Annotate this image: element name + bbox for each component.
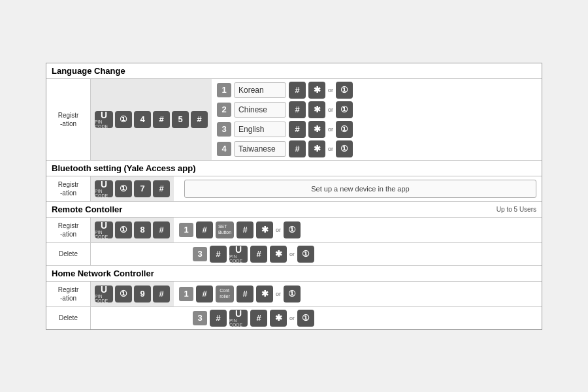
home-registration-row: Registr-ation U PIN CODE ① 9 # 1 # Contr… bbox=[46, 282, 542, 307]
num-1: 1 bbox=[217, 83, 231, 97]
rc-del-hash-2: # bbox=[250, 246, 267, 263]
or-3: or bbox=[328, 126, 333, 133]
remote-del-options: 3 # U PIN CODE # ✱ or ① bbox=[188, 243, 542, 265]
remote-del-option-row: 3 # U PIN CODE # ✱ or ① bbox=[193, 246, 536, 263]
rc-del-hash-1: # bbox=[210, 246, 227, 263]
hash-taiwanese: # bbox=[289, 140, 306, 157]
home-network-title: Home Network Controller bbox=[52, 269, 154, 278]
bt-key-circle-1: ① bbox=[115, 180, 132, 197]
circle-chinese: ① bbox=[336, 101, 353, 118]
language-options: 1 Korean # ✱ or ① 2 Chinese # ✱ or ① 3 E… bbox=[212, 79, 542, 160]
rc-num-3: 3 bbox=[193, 247, 207, 261]
language-option-1: 1 Korean # ✱ or ① bbox=[217, 82, 536, 99]
key-4: 4 bbox=[134, 111, 151, 128]
chinese-label: Chinese bbox=[234, 102, 286, 118]
key-hash-1: # bbox=[153, 111, 170, 128]
rc-or-1: or bbox=[276, 227, 281, 233]
rc-hash-1: # bbox=[196, 221, 213, 238]
circle-korean: ① bbox=[336, 82, 353, 99]
rc-key-hash: # bbox=[153, 221, 170, 238]
bluetooth-action-text: Set up a new device in the app bbox=[184, 180, 536, 198]
remote-delete-label: Delete bbox=[46, 243, 91, 265]
hn-hash-1: # bbox=[196, 286, 213, 302]
language-section-header: Language Change bbox=[46, 63, 542, 79]
hn-star-1: ✱ bbox=[256, 286, 273, 302]
bt-key-hash: # bbox=[153, 180, 170, 197]
hn-del-key-u: U PIN CODE bbox=[229, 310, 248, 327]
korean-label: Korean bbox=[234, 82, 286, 98]
set-button: SETButton bbox=[216, 221, 234, 238]
num-3: 3 bbox=[217, 122, 231, 137]
star-english: ✱ bbox=[308, 121, 325, 138]
rc-key-circle-1: ① bbox=[115, 221, 132, 238]
or-2: or bbox=[328, 106, 333, 113]
home-network-section-header: Home Network Controller bbox=[46, 266, 542, 282]
hn-key-circle-1: ① bbox=[115, 286, 132, 302]
bluetooth-row: Registr-ation U PIN CODE ① 7 # Set up a … bbox=[46, 176, 542, 202]
remote-title: Remote Contoller bbox=[52, 204, 122, 214]
circle-english: ① bbox=[336, 121, 353, 138]
or-4: or bbox=[328, 146, 333, 152]
language-registration-label: Registr-ation bbox=[46, 79, 91, 160]
rc-del-key-u: U PIN CODE bbox=[229, 246, 248, 263]
bluetooth-title: Bluetooth setting (Yale Access app) bbox=[52, 163, 196, 173]
remote-section-header: Remote Contoller Up to 5 Users bbox=[46, 202, 542, 218]
hn-num-1: 1 bbox=[179, 287, 193, 301]
rc-key-u: U PIN CODE bbox=[95, 221, 113, 238]
language-option-3: 3 English # ✱ or ① bbox=[217, 121, 536, 138]
key-hash-2: # bbox=[191, 111, 208, 128]
rc-circle-1: ① bbox=[284, 221, 301, 238]
star-chinese: ✱ bbox=[308, 101, 325, 118]
hn-del-hash-2: # bbox=[250, 310, 267, 327]
taiwanese-label: Taiwanese bbox=[234, 141, 286, 157]
english-label: English bbox=[234, 122, 286, 137]
language-sequence: U PIN CODE ① 4 # 5 # bbox=[91, 79, 212, 160]
home-delete-label: Delete bbox=[46, 307, 91, 329]
hn-key-hash: # bbox=[153, 286, 170, 302]
home-reg-options: 1 # Controller # ✱ or ① bbox=[174, 282, 542, 306]
remote-registration-label: Registr-ation bbox=[46, 218, 91, 242]
bluetooth-action: Set up a new device in the app bbox=[174, 176, 542, 201]
home-del-option-row: 3 # U PIN CODE # ✱ or ① bbox=[193, 310, 536, 327]
rc-del-circle: ① bbox=[297, 246, 314, 263]
hn-circle-1: ① bbox=[284, 286, 301, 302]
key-circle-1: ① bbox=[115, 111, 132, 128]
hash-chinese: # bbox=[289, 101, 306, 118]
remote-reg-option-row: 1 # SETButton # ✱ or ① bbox=[179, 221, 536, 238]
remote-reg-options: 1 # SETButton # ✱ or ① bbox=[174, 218, 542, 242]
rc-star-1: ✱ bbox=[256, 221, 273, 238]
home-delete-row: Delete 3 # U PIN CODE # ✱ or ① bbox=[46, 307, 542, 329]
circle-taiwanese: ① bbox=[336, 140, 353, 157]
hn-key-u: U PIN CODE bbox=[95, 286, 113, 302]
remote-delete-row: Delete 3 # U PIN CODE # ✱ or ① bbox=[46, 243, 542, 266]
bluetooth-section-header: Bluetooth setting (Yale Access app) bbox=[46, 161, 542, 176]
hn-del-circle: ① bbox=[297, 310, 314, 327]
language-title: Language Change bbox=[52, 66, 125, 76]
hn-del-hash-1: # bbox=[210, 310, 227, 327]
hn-hash-2: # bbox=[237, 286, 253, 302]
language-option-2: 2 Chinese # ✱ or ① bbox=[217, 101, 536, 118]
hn-key-9: 9 bbox=[134, 286, 151, 302]
remote-sequence: U PIN CODE ① 8 # bbox=[91, 218, 174, 242]
bt-key-7: 7 bbox=[134, 180, 151, 197]
home-delete-spacer bbox=[91, 307, 188, 329]
key-u: U PIN CODE bbox=[95, 111, 113, 128]
rc-num-1: 1 bbox=[179, 223, 193, 237]
hash-korean: # bbox=[289, 82, 306, 99]
home-reg-option-row: 1 # Controller # ✱ or ① bbox=[179, 286, 536, 302]
rc-hash-2: # bbox=[237, 221, 253, 238]
home-registration-label: Registr-ation bbox=[46, 282, 91, 306]
hn-del-or: or bbox=[289, 315, 295, 321]
star-korean: ✱ bbox=[308, 82, 325, 99]
rc-del-or: or bbox=[289, 251, 295, 257]
remote-delete-spacer bbox=[91, 243, 188, 265]
home-del-options: 3 # U PIN CODE # ✱ or ① bbox=[188, 307, 542, 329]
remote-sub-text: Up to 5 Users bbox=[497, 206, 536, 213]
hn-del-star: ✱ bbox=[270, 310, 287, 327]
bt-key-u: U PIN CODE bbox=[95, 180, 113, 197]
language-option-4: 4 Taiwanese # ✱ or ① bbox=[217, 140, 536, 157]
num-4: 4 bbox=[217, 142, 231, 156]
remote-registration-row: Registr-ation U PIN CODE ① 8 # 1 # SETBu… bbox=[46, 218, 542, 243]
key-5: 5 bbox=[172, 111, 189, 128]
rc-del-star: ✱ bbox=[270, 246, 287, 263]
